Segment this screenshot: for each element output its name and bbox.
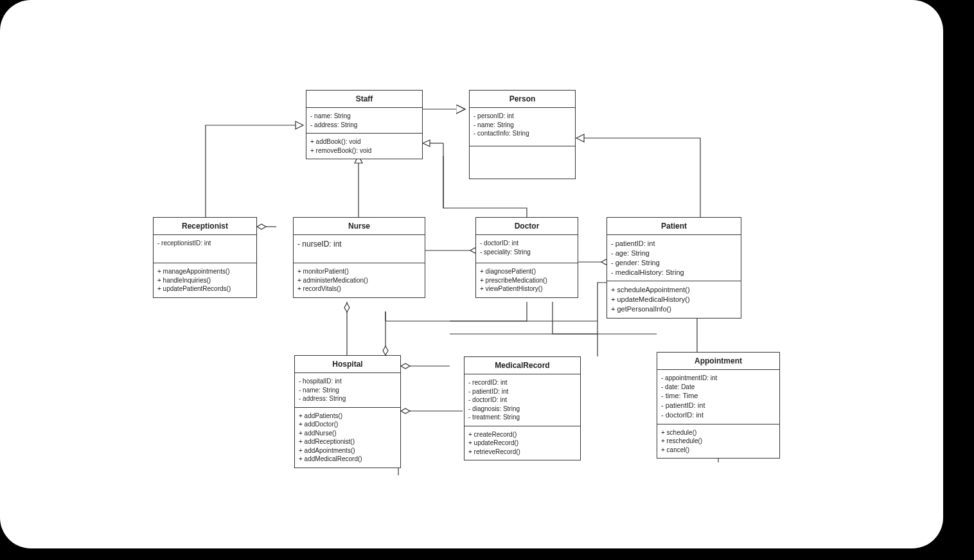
class-title: Patient: [607, 218, 741, 235]
class-attrs: - name: String - address: String: [306, 108, 422, 134]
class-methods: + manageAppointments() + handleInquiries…: [154, 263, 256, 297]
class-title: Appointment: [657, 353, 779, 370]
class-title: Doctor: [476, 218, 578, 235]
class-patient[interactable]: Patient - patientID: int - age: String -…: [607, 217, 741, 319]
class-methods: + monitorPatient() + administerMedicatio…: [294, 263, 425, 297]
class-receptionist[interactable]: Receptionist - receptionistID: int + man…: [153, 217, 257, 298]
class-methods: + addBook(): void + removeBook(): void: [306, 134, 422, 159]
class-attrs: - doctorID: int - speciality: String: [476, 235, 578, 263]
class-methods: + scheduleAppointment() + updateMedicalH…: [607, 281, 741, 318]
class-attrs: - recordID: int - patientID: int - docto…: [465, 374, 580, 426]
class-attrs: - patientID: int - age: String - gender:…: [607, 235, 741, 281]
class-methods: + schedule() + reschedule() + cancel(): [657, 424, 779, 459]
class-attrs: - receptionistID: int: [154, 235, 256, 263]
diagram-canvas: Staff - name: String - address: String +…: [0, 0, 943, 548]
class-nurse[interactable]: Nurse - nurseID: int + monitorPatient() …: [293, 217, 425, 298]
class-attrs: - personID: int - name: String - contact…: [470, 108, 575, 146]
class-title: Nurse: [294, 218, 425, 235]
class-methods: + diagnosePatient() + prescribeMedicatio…: [476, 263, 578, 297]
class-title: Hospital: [295, 356, 400, 373]
class-methods: [470, 146, 575, 179]
class-medicalrecord[interactable]: MedicalRecord - recordID: int - patientI…: [464, 356, 581, 460]
class-person[interactable]: Person - personID: int - name: String - …: [469, 90, 576, 179]
class-title: Person: [470, 91, 575, 108]
class-staff[interactable]: Staff - name: String - address: String +…: [306, 90, 423, 159]
class-hospital[interactable]: Hospital - hospitalID: int - name: Strin…: [294, 355, 401, 468]
class-methods: + addPatients() + addDoctor() + addNurse…: [295, 408, 400, 468]
class-title: Receptionist: [154, 218, 256, 235]
class-attrs: - appointmentID: int - date: Date - time…: [657, 370, 779, 424]
class-attrs: - hospitalID: int - name: String - addre…: [295, 373, 400, 408]
class-methods: + createRecord() + updateRecord() + retr…: [465, 426, 580, 460]
class-title: Staff: [306, 91, 422, 108]
class-attrs: - nurseID: int: [294, 235, 425, 263]
class-title: MedicalRecord: [465, 357, 580, 374]
connectors-layer: [0, 0, 943, 548]
class-doctor[interactable]: Doctor - doctorID: int - speciality: Str…: [475, 217, 578, 298]
class-appointment[interactable]: Appointment - appointmentID: int - date:…: [657, 352, 780, 459]
